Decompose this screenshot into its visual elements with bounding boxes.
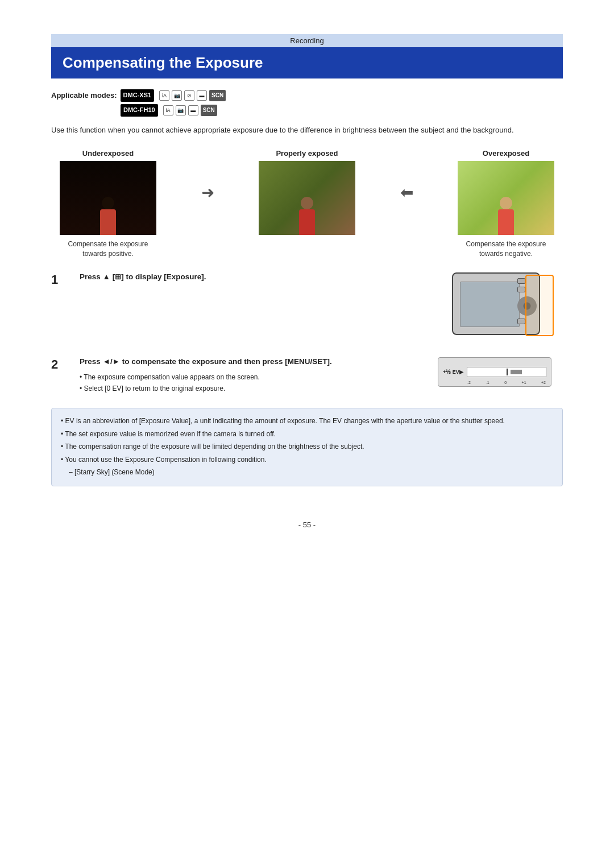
badge-fh10: DMC-FH10: [121, 104, 158, 117]
notes-box: EV is an abbreviation of [Exposure Value…: [51, 408, 563, 486]
mode-icon-camera1: 📷: [172, 90, 182, 101]
properly-exposed-item: Properly exposed: [250, 149, 364, 235]
section-label: Recording: [51, 34, 563, 47]
mode-icon-1: iA: [159, 90, 169, 101]
xs1-mode-icons: iA 📷 ⊘ ▬ SCN: [159, 90, 226, 101]
overexposed-image: [458, 161, 554, 235]
ev-bar-widget: +⅓ EV▶ -2 -1 0: [438, 357, 551, 387]
highlight-box: [525, 275, 554, 336]
note-4: You cannot use the Exposure Compensation…: [61, 454, 553, 465]
underexposed-caption: Compensate the exposuretowards positive.: [68, 239, 148, 259]
ev-scale: -2 -1 0 +1 +2: [467, 367, 546, 377]
step-2-image: +⅓ EV▶ -2 -1 0: [438, 357, 551, 387]
underexposed-image: [60, 161, 156, 235]
exposure-demo: Underexposed Compensate the exposuretowa…: [51, 149, 563, 259]
properly-image: [259, 161, 355, 235]
cam-btn-1: [517, 278, 525, 284]
person-over: [498, 197, 514, 235]
step-2-row: 2 +⅓ EV▶ -2: [51, 357, 563, 395]
overexposed-label: Overexposed: [483, 149, 529, 158]
step-2-number: 2: [51, 357, 68, 372]
ev-ticks: -2 -1 0 +1 +2: [467, 381, 546, 385]
overexposed-item: Overexposed Compensate the exposuretowar…: [449, 149, 563, 259]
overexposed-caption: Compensate the exposuretowards negative.: [466, 239, 546, 259]
page-number: - 55 -: [51, 520, 563, 552]
arrow-right: ➜: [201, 183, 214, 202]
step-1-content: Press ▲ [⊞] to display [Exposure].: [80, 272, 551, 344]
underexposed-label: Underexposed: [82, 149, 134, 158]
fh10-mode-icons: iA 📷 ▬ SCN: [163, 105, 217, 116]
mode-icon-panorama2: ▬: [188, 105, 198, 115]
ev-tick-neg2: -2: [467, 381, 471, 385]
ev-tick-neg1: -1: [486, 381, 489, 385]
mode-icon-2: iA: [163, 105, 173, 115]
applicable-modes: Applicable modes: DMC-XS1 iA 📷 ⊘ ▬ SCN D…: [51, 89, 563, 117]
mode-icon-panorama: ▬: [197, 90, 207, 101]
camera-screen: [460, 282, 520, 327]
properly-label: Properly exposed: [276, 149, 338, 158]
person-under: [100, 197, 116, 235]
mode-icon-camera2: 📷: [176, 105, 186, 115]
intro-text: Use this function when you cannot achiev…: [51, 125, 563, 137]
underexposed-item: Underexposed Compensate the exposuretowa…: [51, 149, 165, 259]
note-1: EV is an abbreviation of [Exposure Value…: [61, 415, 553, 427]
step-2-content: +⅓ EV▶ -2 -1 0: [80, 357, 551, 395]
note-2: The set exposure value is memorized even…: [61, 428, 553, 440]
ev-tick-0: 0: [504, 381, 507, 385]
step-1-row: 1: [51, 272, 563, 344]
note-3: The compensation range of the exposure w…: [61, 441, 553, 452]
badge-xs1: DMC-XS1: [121, 89, 155, 102]
page-title: Compensating the Exposure: [51, 47, 563, 78]
applicable-label: Applicable modes:: [51, 89, 117, 102]
steps-section: 1: [51, 272, 563, 395]
arrow-left: ⬅: [400, 183, 413, 202]
cam-btn-3: [517, 319, 525, 324]
ev-fill: [511, 370, 522, 374]
note-5: [Starry Sky] (Scene Mode): [61, 466, 553, 478]
ev-scale-inner: [467, 369, 546, 375]
ev-tick-pos1: +1: [522, 381, 526, 385]
scn-badge-1: SCN: [209, 90, 226, 101]
camera-diagram: [452, 272, 551, 344]
ev-center-mark: [507, 369, 508, 375]
ev-tick-pos2: +2: [541, 381, 546, 385]
scn-badge-2: SCN: [201, 105, 217, 116]
ev-prefix: +⅓ EV▶: [443, 369, 463, 375]
step-1-number: 1: [51, 272, 68, 287]
step-1-image: [452, 272, 551, 344]
cam-btn-2: [517, 287, 525, 292]
mode-icon-slash: ⊘: [184, 90, 194, 101]
person-proper: [299, 197, 315, 235]
